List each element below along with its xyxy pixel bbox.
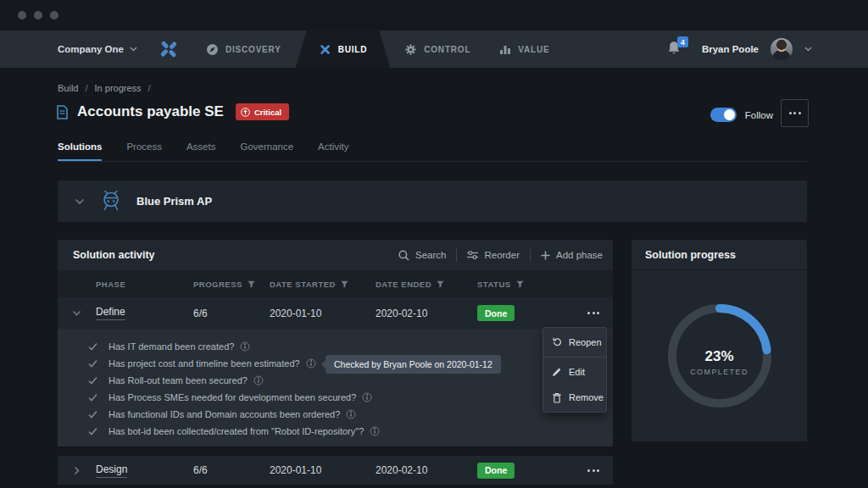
window-chrome <box>0 0 868 30</box>
gear-icon <box>404 43 417 56</box>
divider <box>530 248 531 262</box>
checkmark-icon[interactable] <box>88 410 100 419</box>
checkmark-icon[interactable] <box>88 393 100 402</box>
breadcrumb-separator: / <box>85 83 87 93</box>
phase-link[interactable]: Design <box>96 463 127 478</box>
menu-item-remove[interactable]: Remove <box>543 385 606 410</box>
row-menu-button[interactable] <box>586 466 601 475</box>
checklist-item: Has Roll-out team been secured? <box>58 372 613 389</box>
blue-prism-logo-icon[interactable] <box>158 38 180 60</box>
info-icon[interactable] <box>240 341 250 352</box>
progress-caption: COMPLETED <box>632 368 807 376</box>
filter-icon[interactable] <box>341 280 348 288</box>
nav-tab-label: BUILD <box>338 45 368 54</box>
column-status: STATUS <box>477 280 511 289</box>
notification-badge: 4 <box>677 36 688 47</box>
chevron-down-icon[interactable] <box>804 47 812 52</box>
trash-icon <box>552 392 562 403</box>
tab-solutions[interactable]: Solutions <box>58 141 102 155</box>
column-progress: PROGRESS <box>193 280 242 289</box>
page-more-button[interactable] <box>781 99 809 127</box>
progress-percent: 23% <box>632 348 807 365</box>
info-icon[interactable] <box>370 426 380 436</box>
page-tabs: Solutions Process Assets Governance Acti… <box>58 141 349 155</box>
bar-chart-icon <box>499 43 511 55</box>
checklist-text: Has project cost and timeline been estim… <box>108 358 300 369</box>
tab-assets[interactable]: Assets <box>186 141 216 155</box>
phase-link[interactable]: Define <box>96 306 125 320</box>
nav-tab-label: DISCOVERY <box>225 45 281 54</box>
window-dot-icon <box>50 11 58 19</box>
menu-item-edit[interactable]: Edit <box>543 359 606 385</box>
solution-progress-panel: Solution progress 23% COMPLETED <box>632 240 807 441</box>
collapse-row-chevron-icon[interactable] <box>72 310 81 317</box>
date-ended-cell: 2020-02-10 <box>376 464 477 476</box>
tab-activity[interactable]: Activity <box>318 141 348 155</box>
expand-row-chevron-icon[interactable] <box>74 466 81 475</box>
divider <box>543 357 606 358</box>
breadcrumb-in-progress[interactable]: In progress <box>95 83 142 93</box>
checklist-text: Has Process SMEs needed for development … <box>108 392 356 402</box>
page-title: Accounts payable SE <box>77 103 224 120</box>
tab-process[interactable]: Process <box>126 141 162 155</box>
chevron-down-icon[interactable] <box>75 198 85 205</box>
arrow-up-circle-icon <box>241 108 250 117</box>
checkmark-icon[interactable] <box>88 359 100 368</box>
nav-tab-control[interactable]: CONTROL <box>390 30 485 68</box>
filter-icon[interactable] <box>437 280 444 288</box>
pencil-icon <box>552 367 562 377</box>
solution-group-name: Blue Prism AP <box>136 195 212 208</box>
reorder-button[interactable]: Reorder <box>467 250 520 260</box>
window-dot-icon <box>34 11 42 19</box>
company-selector[interactable]: Company One <box>58 44 137 54</box>
checklist-text: Has bot-id been collected/created from "… <box>108 426 364 436</box>
checklist-item: Has bot-id been collected/created from "… <box>58 423 613 440</box>
info-icon[interactable] <box>346 409 356 419</box>
reopen-icon <box>552 337 562 347</box>
status-badge-critical: Critical <box>236 103 289 120</box>
phase-checklist: Has IT demand been created? Has project … <box>58 329 613 446</box>
date-started-cell: 2020-01-10 <box>270 308 376 319</box>
nav-tab-discovery[interactable]: DISCOVERY <box>192 30 296 68</box>
checkmark-icon[interactable] <box>88 376 100 385</box>
add-phase-button[interactable]: Add phase <box>541 250 603 260</box>
status-badge-done: Done <box>477 305 515 321</box>
search-icon <box>398 250 409 261</box>
column-date-ended: DATE ENDED <box>376 280 431 289</box>
breadcrumb-separator: / <box>148 83 151 93</box>
checklist-text: Has IT demand been created? <box>108 341 234 352</box>
section-gap <box>58 446 613 456</box>
info-icon[interactable] <box>362 392 372 402</box>
checklist-item: Has Process SMEs needed for development … <box>58 389 613 406</box>
notifications-button[interactable]: 4 <box>666 40 685 58</box>
search-button[interactable]: Search <box>398 250 446 261</box>
date-ended-cell: 2020-02-10 <box>376 308 477 319</box>
menu-item-reopen[interactable]: Reopen <box>543 330 606 355</box>
robot-icon <box>97 187 125 216</box>
nav-tab-build[interactable]: BUILD <box>296 30 391 68</box>
row-menu-button[interactable] <box>586 308 601 318</box>
panel-title: Solution progress <box>645 249 736 261</box>
row-context-menu: Reopen Edit Remove <box>542 327 607 413</box>
tab-governance[interactable]: Governance <box>240 141 293 155</box>
reorder-label: Reorder <box>484 250 520 260</box>
avatar[interactable] <box>771 38 793 60</box>
breadcrumb-build[interactable]: Build <box>58 83 78 93</box>
checklist-text: Has functional IDs and Domain accounts b… <box>108 409 340 419</box>
follow-toggle[interactable] <box>710 108 737 122</box>
reorder-icon <box>467 250 478 260</box>
filter-icon[interactable] <box>516 280 524 288</box>
app-window: Company One DISCOVERY BUILD <box>0 0 868 488</box>
checkmark-icon[interactable] <box>88 427 100 435</box>
filter-icon[interactable] <box>248 280 255 288</box>
checkmark-icon[interactable] <box>88 342 100 351</box>
solution-group-panel[interactable]: Blue Prism AP <box>58 180 807 222</box>
breadcrumb: Build / In progress / <box>58 83 151 93</box>
top-nav: Company One DISCOVERY BUILD <box>0 30 868 68</box>
info-icon[interactable] <box>253 375 264 385</box>
info-icon[interactable] <box>306 358 316 369</box>
panel-title: Solution activity <box>73 249 155 261</box>
column-date-started: DATE STARTED <box>270 280 336 289</box>
status-badge-done: Done <box>477 463 515 479</box>
nav-tab-value[interactable]: VALUE <box>485 30 564 68</box>
